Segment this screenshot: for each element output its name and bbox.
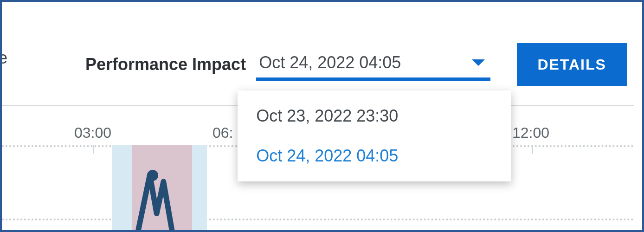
time-dropdown-value: Oct 24, 2022 04:05 bbox=[259, 53, 401, 72]
x-axis-tick-label: 03:00 bbox=[74, 124, 111, 142]
toolbar: Performance Impact Oct 24, 2022 04:05 Oc… bbox=[2, 44, 642, 85]
x-axis-tick-label: 12:00 bbox=[512, 124, 549, 142]
x-axis-tick-label: 06: bbox=[213, 124, 233, 142]
performance-impact-label: Performance Impact bbox=[85, 55, 246, 74]
dropdown-underline bbox=[256, 77, 490, 81]
time-dropdown-menu: Oct 23, 2022 23:30 Oct 24, 2022 04:05 bbox=[238, 90, 511, 181]
chevron-down-icon bbox=[472, 59, 485, 66]
time-dropdown-option[interactable]: Oct 23, 2022 23:30 bbox=[238, 96, 511, 136]
chart-marker-dot bbox=[147, 170, 158, 181]
time-dropdown[interactable]: Oct 24, 2022 04:05 Oct 23, 2022 23:30 Oc… bbox=[256, 48, 490, 81]
details-button[interactable]: DETAILS bbox=[517, 43, 627, 86]
time-dropdown-option-selected[interactable]: Oct 24, 2022 04:05 bbox=[238, 136, 511, 176]
